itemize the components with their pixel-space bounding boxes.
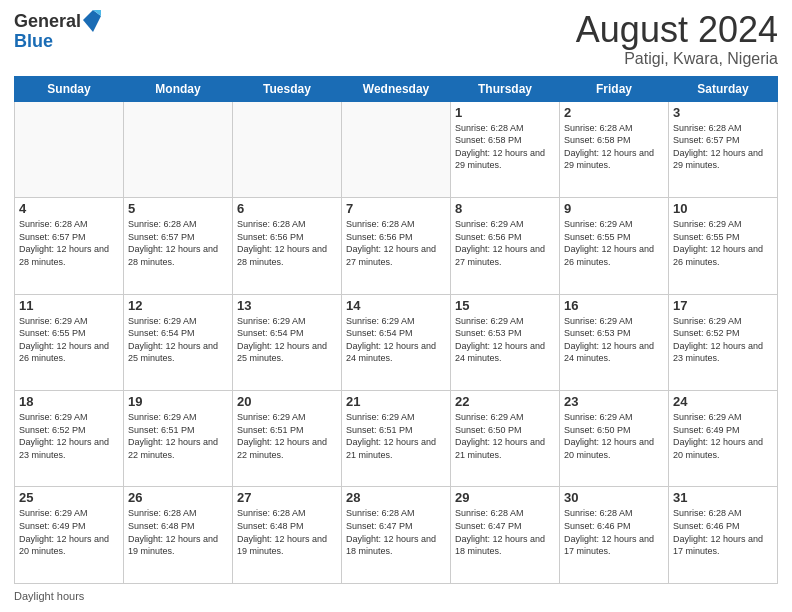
logo: General Blue (14, 10, 101, 50)
day-number: 23 (564, 394, 664, 409)
day-number: 11 (19, 298, 119, 313)
day-info: Sunrise: 6:29 AM Sunset: 6:52 PM Dayligh… (19, 411, 119, 461)
table-row: 20Sunrise: 6:29 AM Sunset: 6:51 PM Dayli… (233, 391, 342, 487)
table-row: 6Sunrise: 6:28 AM Sunset: 6:56 PM Daylig… (233, 198, 342, 294)
day-info: Sunrise: 6:28 AM Sunset: 6:48 PM Dayligh… (128, 507, 228, 557)
table-row (342, 101, 451, 197)
title-block: August 2024 Patigi, Kwara, Nigeria (576, 10, 778, 68)
week-row-4: 18Sunrise: 6:29 AM Sunset: 6:52 PM Dayli… (15, 391, 778, 487)
day-number: 20 (237, 394, 337, 409)
day-number: 3 (673, 105, 773, 120)
day-info: Sunrise: 6:29 AM Sunset: 6:53 PM Dayligh… (564, 315, 664, 365)
table-row: 28Sunrise: 6:28 AM Sunset: 6:47 PM Dayli… (342, 487, 451, 584)
day-number: 15 (455, 298, 555, 313)
day-info: Sunrise: 6:29 AM Sunset: 6:54 PM Dayligh… (346, 315, 446, 365)
calendar-table: Sunday Monday Tuesday Wednesday Thursday… (14, 76, 778, 584)
day-number: 4 (19, 201, 119, 216)
table-row: 2Sunrise: 6:28 AM Sunset: 6:58 PM Daylig… (560, 101, 669, 197)
day-info: Sunrise: 6:28 AM Sunset: 6:47 PM Dayligh… (346, 507, 446, 557)
table-row: 29Sunrise: 6:28 AM Sunset: 6:47 PM Dayli… (451, 487, 560, 584)
day-info: Sunrise: 6:28 AM Sunset: 6:47 PM Dayligh… (455, 507, 555, 557)
table-row: 9Sunrise: 6:29 AM Sunset: 6:55 PM Daylig… (560, 198, 669, 294)
col-tuesday: Tuesday (233, 76, 342, 101)
week-row-3: 11Sunrise: 6:29 AM Sunset: 6:55 PM Dayli… (15, 294, 778, 390)
day-info: Sunrise: 6:28 AM Sunset: 6:58 PM Dayligh… (455, 122, 555, 172)
col-friday: Friday (560, 76, 669, 101)
day-number: 26 (128, 490, 228, 505)
day-number: 10 (673, 201, 773, 216)
day-info: Sunrise: 6:29 AM Sunset: 6:55 PM Dayligh… (19, 315, 119, 365)
day-info: Sunrise: 6:28 AM Sunset: 6:57 PM Dayligh… (19, 218, 119, 268)
day-number: 8 (455, 201, 555, 216)
table-row: 15Sunrise: 6:29 AM Sunset: 6:53 PM Dayli… (451, 294, 560, 390)
col-monday: Monday (124, 76, 233, 101)
day-number: 29 (455, 490, 555, 505)
day-number: 17 (673, 298, 773, 313)
table-row: 12Sunrise: 6:29 AM Sunset: 6:54 PM Dayli… (124, 294, 233, 390)
day-info: Sunrise: 6:29 AM Sunset: 6:50 PM Dayligh… (455, 411, 555, 461)
day-info: Sunrise: 6:29 AM Sunset: 6:49 PM Dayligh… (19, 507, 119, 557)
table-row: 24Sunrise: 6:29 AM Sunset: 6:49 PM Dayli… (669, 391, 778, 487)
table-row (233, 101, 342, 197)
day-number: 9 (564, 201, 664, 216)
day-number: 22 (455, 394, 555, 409)
table-row: 18Sunrise: 6:29 AM Sunset: 6:52 PM Dayli… (15, 391, 124, 487)
page: General Blue August 2024 Patigi, Kwara, … (0, 0, 792, 612)
day-info: Sunrise: 6:29 AM Sunset: 6:55 PM Dayligh… (673, 218, 773, 268)
day-number: 14 (346, 298, 446, 313)
day-number: 12 (128, 298, 228, 313)
col-sunday: Sunday (15, 76, 124, 101)
day-info: Sunrise: 6:28 AM Sunset: 6:57 PM Dayligh… (673, 122, 773, 172)
table-row: 14Sunrise: 6:29 AM Sunset: 6:54 PM Dayli… (342, 294, 451, 390)
table-row: 27Sunrise: 6:28 AM Sunset: 6:48 PM Dayli… (233, 487, 342, 584)
col-saturday: Saturday (669, 76, 778, 101)
week-row-1: 1Sunrise: 6:28 AM Sunset: 6:58 PM Daylig… (15, 101, 778, 197)
day-number: 19 (128, 394, 228, 409)
table-row: 17Sunrise: 6:29 AM Sunset: 6:52 PM Dayli… (669, 294, 778, 390)
table-row: 4Sunrise: 6:28 AM Sunset: 6:57 PM Daylig… (15, 198, 124, 294)
footer: Daylight hours (14, 590, 778, 602)
week-row-2: 4Sunrise: 6:28 AM Sunset: 6:57 PM Daylig… (15, 198, 778, 294)
day-info: Sunrise: 6:29 AM Sunset: 6:51 PM Dayligh… (237, 411, 337, 461)
day-info: Sunrise: 6:28 AM Sunset: 6:48 PM Dayligh… (237, 507, 337, 557)
table-row: 16Sunrise: 6:29 AM Sunset: 6:53 PM Dayli… (560, 294, 669, 390)
table-row: 30Sunrise: 6:28 AM Sunset: 6:46 PM Dayli… (560, 487, 669, 584)
day-number: 27 (237, 490, 337, 505)
table-row: 21Sunrise: 6:29 AM Sunset: 6:51 PM Dayli… (342, 391, 451, 487)
day-info: Sunrise: 6:29 AM Sunset: 6:53 PM Dayligh… (455, 315, 555, 365)
day-number: 25 (19, 490, 119, 505)
table-row: 3Sunrise: 6:28 AM Sunset: 6:57 PM Daylig… (669, 101, 778, 197)
day-info: Sunrise: 6:28 AM Sunset: 6:46 PM Dayligh… (564, 507, 664, 557)
day-info: Sunrise: 6:29 AM Sunset: 6:54 PM Dayligh… (237, 315, 337, 365)
day-info: Sunrise: 6:29 AM Sunset: 6:56 PM Dayligh… (455, 218, 555, 268)
day-number: 21 (346, 394, 446, 409)
table-row: 23Sunrise: 6:29 AM Sunset: 6:50 PM Dayli… (560, 391, 669, 487)
day-number: 2 (564, 105, 664, 120)
day-info: Sunrise: 6:29 AM Sunset: 6:55 PM Dayligh… (564, 218, 664, 268)
logo-text-general: General (14, 12, 81, 30)
day-number: 24 (673, 394, 773, 409)
table-row: 19Sunrise: 6:29 AM Sunset: 6:51 PM Dayli… (124, 391, 233, 487)
calendar-header-row: Sunday Monday Tuesday Wednesday Thursday… (15, 76, 778, 101)
day-info: Sunrise: 6:28 AM Sunset: 6:56 PM Dayligh… (237, 218, 337, 268)
table-row: 10Sunrise: 6:29 AM Sunset: 6:55 PM Dayli… (669, 198, 778, 294)
header: General Blue August 2024 Patigi, Kwara, … (14, 10, 778, 68)
day-number: 30 (564, 490, 664, 505)
col-thursday: Thursday (451, 76, 560, 101)
footer-text: Daylight hours (14, 590, 84, 602)
day-number: 5 (128, 201, 228, 216)
day-number: 18 (19, 394, 119, 409)
day-info: Sunrise: 6:28 AM Sunset: 6:56 PM Dayligh… (346, 218, 446, 268)
day-info: Sunrise: 6:29 AM Sunset: 6:51 PM Dayligh… (346, 411, 446, 461)
table-row (124, 101, 233, 197)
day-number: 28 (346, 490, 446, 505)
day-number: 13 (237, 298, 337, 313)
table-row (15, 101, 124, 197)
day-info: Sunrise: 6:29 AM Sunset: 6:54 PM Dayligh… (128, 315, 228, 365)
logo-text-blue: Blue (14, 32, 53, 50)
table-row: 7Sunrise: 6:28 AM Sunset: 6:56 PM Daylig… (342, 198, 451, 294)
table-row: 22Sunrise: 6:29 AM Sunset: 6:50 PM Dayli… (451, 391, 560, 487)
main-title: August 2024 (576, 10, 778, 50)
day-number: 6 (237, 201, 337, 216)
day-info: Sunrise: 6:29 AM Sunset: 6:49 PM Dayligh… (673, 411, 773, 461)
